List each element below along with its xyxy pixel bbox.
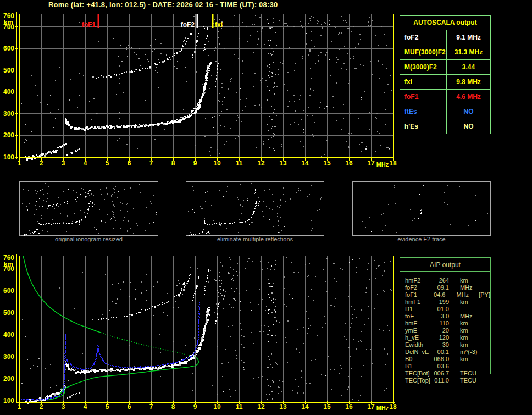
- x-tick-label: 12: [257, 403, 265, 411]
- x-tick-label: 10: [213, 159, 221, 167]
- x-tick-label: 11: [236, 403, 243, 411]
- marker-label-fxl: fxl: [215, 21, 223, 29]
- aip-row-hmF2: hmF2264km: [405, 277, 490, 284]
- aip-unit: km: [460, 320, 482, 327]
- aip-value: 120: [431, 334, 449, 341]
- aip-value: 30: [431, 341, 449, 348]
- aip-label: hmF1: [405, 298, 431, 306]
- aip-table-rows: hmF2264kmfoF209.1MHzfoF104.6MHz[PY]hmF11…: [400, 272, 490, 384]
- autoscala-param-label: M(3000)F2: [400, 60, 447, 74]
- y-tick-label: 500: [3, 309, 14, 317]
- bottom-ionogram-plot: 760700600500400300200100km12345678910111…: [3, 254, 397, 411]
- aip-unit: m^(-3): [460, 348, 482, 356]
- y-axis-unit-label: km: [4, 19, 13, 26]
- autoscala-param-value: 9.8 MHz: [447, 75, 490, 89]
- x-tick-label: 4: [84, 403, 87, 411]
- aip-value: 01.0: [431, 306, 449, 313]
- top-ionogram-plot: 760700600500400300200100km12345678910111…: [3, 12, 397, 168]
- aip-value: 199: [431, 298, 449, 306]
- aip-label: B1: [405, 363, 431, 370]
- x-tick-label: 8: [171, 403, 175, 411]
- x-tick-label: 9: [193, 403, 197, 411]
- autoscala-window: Rome (lat: +41.8, lon: 012.5) - DATE: 20…: [0, 0, 532, 415]
- aip-label: foF1: [405, 291, 429, 298]
- aip-row-foE: foE3.0MHz: [405, 313, 490, 320]
- x-tick-label: 10: [213, 403, 221, 411]
- aip-label: foF2: [405, 284, 431, 291]
- aip-value: 006.7: [431, 370, 449, 377]
- aip-unit: km: [460, 334, 482, 341]
- x-tick-label: 15: [323, 159, 331, 167]
- aip-unit: [460, 363, 482, 370]
- aip-value: 066.0: [431, 356, 449, 363]
- marker-label-foF1: foF1: [82, 21, 96, 29]
- aip-value: 264: [431, 277, 449, 284]
- x-tick-label: 4: [84, 159, 87, 167]
- x-tick-label: 18: [389, 159, 397, 167]
- aip-label: hmE: [405, 320, 431, 327]
- aip-row-h_vE: h_vE120km: [405, 334, 490, 341]
- autoscala-param-value: 3.44: [447, 60, 490, 74]
- aip-unit: km: [460, 277, 482, 284]
- autoscala-param-label: foF2: [400, 30, 447, 45]
- ionogram-echo-dots: [21, 257, 392, 404]
- axis-labels: 760700600500400300200100km12345678910111…: [3, 254, 397, 411]
- y-tick-label: 100: [3, 397, 14, 405]
- autoscala-row-h'Es: h'EsNO: [400, 119, 490, 134]
- thumbnail-3: evidence F2 trace: [353, 182, 491, 243]
- x-tick-label: 17: [367, 403, 375, 411]
- autoscala-param-value: 4.6 MHz: [447, 90, 490, 104]
- autoscala-row-fxl: fxl9.8 MHz: [400, 74, 490, 89]
- x-tick-label: 5: [106, 159, 109, 167]
- x-tick-label: 1: [18, 159, 21, 167]
- aip-unit: TECU: [460, 370, 482, 377]
- aip-value: 09.1: [431, 284, 449, 291]
- y-tick-label: 600: [3, 45, 14, 52]
- x-tick-label: 6: [128, 403, 131, 411]
- x-tick-label: 13: [279, 159, 287, 167]
- x-tick-label: 9: [193, 159, 197, 167]
- x-tick-label: 11: [236, 159, 243, 167]
- aip-unit: km: [460, 341, 482, 348]
- autoscala-param-value: 9.1 MHz: [447, 30, 490, 45]
- y-tick-label: 100: [3, 153, 14, 161]
- x-axis-unit-label: MHz: [376, 405, 389, 411]
- y-tick-label: 400: [3, 331, 14, 339]
- marker-foF2: foF2: [181, 14, 197, 29]
- autoscala-param-label: h'Es: [400, 119, 447, 134]
- autoscala-table-header: AUTOSCALA output: [400, 16, 490, 30]
- aip-row-foF2: foF209.1MHz: [405, 284, 490, 291]
- aip-value: 04.6: [429, 291, 445, 298]
- aip-extra: [PY]: [479, 291, 490, 298]
- y-tick-label: 400: [3, 88, 14, 96]
- x-tick-label: 12: [257, 159, 265, 167]
- axis-labels: 760700600500400300200100km12345678910111…: [3, 12, 397, 168]
- autoscala-param-label: foF1: [400, 90, 447, 104]
- x-tick-label: 3: [62, 403, 65, 411]
- autoscala-row-ftEs: ftEsNO: [400, 104, 490, 119]
- x-tick-label: 6: [128, 159, 131, 167]
- aip-row-foF1: foF104.6MHz[PY]: [405, 291, 490, 298]
- aip-value: 00.1: [431, 348, 449, 356]
- x-tick-label: 17: [367, 159, 375, 167]
- thumbnail-2: eliminate multiple reflections: [186, 182, 324, 243]
- x-axis-unit-label: MHz: [376, 161, 389, 168]
- aip-row-hmF1: hmF1199km: [405, 298, 490, 306]
- y-axis-unit-label: km: [4, 261, 13, 268]
- aip-unit: km: [460, 298, 482, 306]
- x-tick-label: 1: [18, 403, 21, 411]
- autoscala-param-value: NO: [447, 104, 490, 119]
- x-tick-label: 7: [149, 403, 153, 411]
- aip-row-TEC[Bot]: TEC[Bot]006.7TECU: [405, 370, 490, 377]
- aip-row-ymE: ymE20km: [405, 327, 490, 334]
- x-tick-label: 5: [106, 403, 109, 411]
- ionogram-echo-dots: [21, 15, 392, 161]
- y-tick-label: 200: [3, 375, 14, 383]
- aip-label: D1: [405, 306, 431, 313]
- y-tick-label: 300: [3, 110, 14, 118]
- aip-label: DelN_vE: [405, 348, 431, 356]
- y-tick-label: 200: [3, 131, 14, 139]
- aip-value: 110: [431, 320, 449, 327]
- thumbnail-caption-3: evidence F2 trace: [397, 236, 445, 242]
- thumbnail-caption-1: original ionogram resized: [55, 236, 123, 242]
